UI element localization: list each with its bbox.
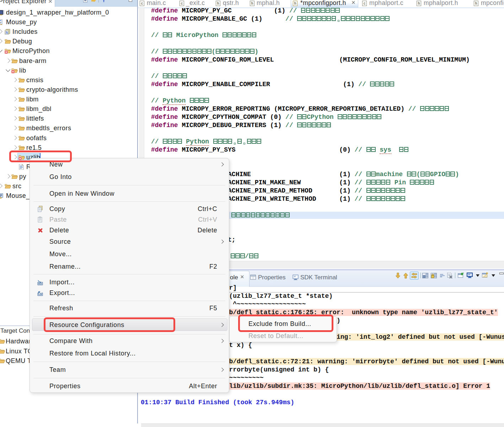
svg-text:C: C <box>0 20 1 24</box>
svg-text:h: h <box>6 31 8 35</box>
